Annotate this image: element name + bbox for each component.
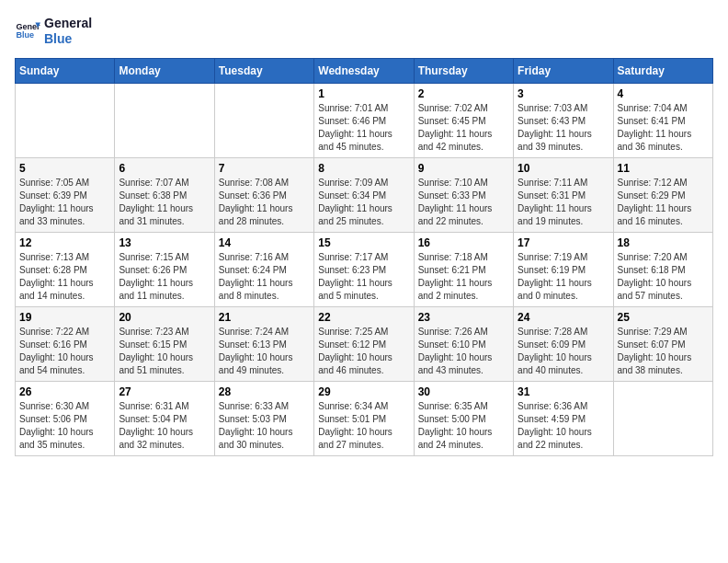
logo-icon: General Blue (15, 17, 40, 43)
calendar-cell: 18Sunrise: 7:20 AM Sunset: 6:18 PM Dayli… (613, 232, 712, 306)
calendar-cell: 31Sunrise: 6:36 AM Sunset: 4:59 PM Dayli… (514, 381, 613, 455)
calendar-week-row: 12Sunrise: 7:13 AM Sunset: 6:28 PM Dayli… (16, 232, 713, 306)
day-number: 12 (19, 236, 110, 249)
calendar-cell: 4Sunrise: 7:04 AM Sunset: 6:41 PM Daylig… (613, 83, 712, 157)
day-info: Sunrise: 7:23 AM Sunset: 6:15 PM Dayligh… (119, 326, 210, 377)
calendar-cell: 29Sunrise: 6:34 AM Sunset: 5:01 PM Dayli… (314, 381, 414, 455)
day-number: 6 (119, 162, 210, 175)
calendar-week-row: 5Sunrise: 7:05 AM Sunset: 6:39 PM Daylig… (16, 157, 713, 232)
day-info: Sunrise: 6:34 AM Sunset: 5:01 PM Dayligh… (318, 400, 409, 452)
calendar-cell: 30Sunrise: 6:35 AM Sunset: 5:00 PM Dayli… (414, 381, 513, 455)
calendar-cell: 20Sunrise: 7:23 AM Sunset: 6:15 PM Dayli… (115, 306, 214, 381)
day-info: Sunrise: 7:16 AM Sunset: 6:24 PM Dayligh… (219, 251, 310, 303)
day-info: Sunrise: 6:35 AM Sunset: 5:00 PM Dayligh… (418, 400, 509, 452)
calendar-cell: 1Sunrise: 7:01 AM Sunset: 6:46 PM Daylig… (314, 83, 414, 157)
day-number: 31 (518, 385, 609, 398)
logo-text: GeneralBlue (44, 15, 92, 47)
day-number: 15 (318, 236, 409, 249)
day-info: Sunrise: 7:08 AM Sunset: 6:36 PM Dayligh… (219, 177, 310, 228)
day-info: Sunrise: 7:22 AM Sunset: 6:16 PM Dayligh… (19, 326, 110, 377)
calendar-cell: 28Sunrise: 6:33 AM Sunset: 5:03 PM Dayli… (214, 381, 313, 455)
day-number: 26 (19, 385, 110, 398)
day-number: 19 (19, 311, 110, 324)
calendar-body: 1Sunrise: 7:01 AM Sunset: 6:46 PM Daylig… (16, 83, 713, 455)
day-info: Sunrise: 7:25 AM Sunset: 6:12 PM Dayligh… (318, 326, 409, 377)
day-info: Sunrise: 7:09 AM Sunset: 6:34 PM Dayligh… (318, 177, 409, 228)
day-number: 28 (219, 385, 310, 398)
day-number: 4 (618, 87, 709, 100)
day-number: 22 (318, 311, 409, 324)
calendar-cell: 13Sunrise: 7:15 AM Sunset: 6:26 PM Dayli… (115, 232, 214, 306)
day-info: Sunrise: 7:01 AM Sunset: 6:46 PM Dayligh… (318, 102, 409, 154)
day-info: Sunrise: 7:05 AM Sunset: 6:39 PM Dayligh… (19, 177, 110, 228)
calendar-cell: 9Sunrise: 7:10 AM Sunset: 6:33 PM Daylig… (414, 157, 513, 232)
svg-text:Blue: Blue (16, 31, 34, 40)
day-info: Sunrise: 7:18 AM Sunset: 6:21 PM Dayligh… (418, 251, 509, 303)
calendar-cell: 6Sunrise: 7:07 AM Sunset: 6:38 PM Daylig… (115, 157, 214, 232)
day-info: Sunrise: 7:13 AM Sunset: 6:28 PM Dayligh… (19, 251, 110, 303)
calendar-cell: 10Sunrise: 7:11 AM Sunset: 6:31 PM Dayli… (514, 157, 613, 232)
day-number: 21 (219, 311, 310, 324)
day-number: 2 (418, 87, 509, 100)
day-number: 18 (618, 236, 709, 249)
day-info: Sunrise: 7:28 AM Sunset: 6:09 PM Dayligh… (518, 326, 609, 377)
weekday-header-cell: Sunday (16, 58, 115, 83)
day-info: Sunrise: 7:26 AM Sunset: 6:10 PM Dayligh… (418, 326, 509, 377)
day-info: Sunrise: 6:31 AM Sunset: 5:04 PM Dayligh… (119, 400, 210, 452)
calendar-week-row: 26Sunrise: 6:30 AM Sunset: 5:06 PM Dayli… (16, 381, 713, 455)
calendar-cell (613, 381, 712, 455)
day-number: 24 (518, 311, 609, 324)
day-info: Sunrise: 7:04 AM Sunset: 6:41 PM Dayligh… (618, 102, 709, 154)
calendar-cell: 12Sunrise: 7:13 AM Sunset: 6:28 PM Dayli… (16, 232, 115, 306)
day-info: Sunrise: 7:17 AM Sunset: 6:23 PM Dayligh… (318, 251, 409, 303)
day-number: 5 (19, 162, 110, 175)
day-info: Sunrise: 7:24 AM Sunset: 6:13 PM Dayligh… (219, 326, 310, 377)
day-number: 8 (318, 162, 409, 175)
weekday-header-cell: Monday (115, 58, 214, 83)
day-number: 29 (318, 385, 409, 398)
calendar-cell (16, 83, 115, 157)
day-info: Sunrise: 7:15 AM Sunset: 6:26 PM Dayligh… (119, 251, 210, 303)
calendar-cell: 7Sunrise: 7:08 AM Sunset: 6:36 PM Daylig… (214, 157, 313, 232)
calendar-cell: 14Sunrise: 7:16 AM Sunset: 6:24 PM Dayli… (214, 232, 313, 306)
day-number: 30 (418, 385, 509, 398)
day-info: Sunrise: 6:30 AM Sunset: 5:06 PM Dayligh… (19, 400, 110, 452)
calendar-cell: 16Sunrise: 7:18 AM Sunset: 6:21 PM Dayli… (414, 232, 513, 306)
day-info: Sunrise: 7:02 AM Sunset: 6:45 PM Dayligh… (418, 102, 509, 154)
calendar-cell: 22Sunrise: 7:25 AM Sunset: 6:12 PM Dayli… (314, 306, 414, 381)
day-info: Sunrise: 7:07 AM Sunset: 6:38 PM Dayligh… (119, 177, 210, 228)
weekday-header-cell: Thursday (414, 58, 513, 83)
calendar-cell (115, 83, 214, 157)
day-number: 7 (219, 162, 310, 175)
calendar-cell: 26Sunrise: 6:30 AM Sunset: 5:06 PM Dayli… (16, 381, 115, 455)
calendar-cell (214, 83, 313, 157)
day-info: Sunrise: 7:19 AM Sunset: 6:19 PM Dayligh… (518, 251, 609, 303)
page-header: General Blue GeneralBlue (15, 15, 713, 47)
calendar-cell: 21Sunrise: 7:24 AM Sunset: 6:13 PM Dayli… (214, 306, 313, 381)
calendar-cell: 19Sunrise: 7:22 AM Sunset: 6:16 PM Dayli… (16, 306, 115, 381)
day-info: Sunrise: 7:12 AM Sunset: 6:29 PM Dayligh… (618, 177, 709, 228)
day-number: 9 (418, 162, 509, 175)
calendar-cell: 27Sunrise: 6:31 AM Sunset: 5:04 PM Dayli… (115, 381, 214, 455)
logo: General Blue GeneralBlue (15, 15, 92, 47)
day-number: 3 (518, 87, 609, 100)
day-number: 13 (119, 236, 210, 249)
day-number: 17 (518, 236, 609, 249)
calendar-week-row: 1Sunrise: 7:01 AM Sunset: 6:46 PM Daylig… (16, 83, 713, 157)
day-number: 1 (318, 87, 409, 100)
day-info: Sunrise: 7:11 AM Sunset: 6:31 PM Dayligh… (518, 177, 609, 228)
calendar-cell: 5Sunrise: 7:05 AM Sunset: 6:39 PM Daylig… (16, 157, 115, 232)
day-info: Sunrise: 7:29 AM Sunset: 6:07 PM Dayligh… (618, 326, 709, 377)
day-number: 23 (418, 311, 509, 324)
weekday-header-row: SundayMondayTuesdayWednesdayThursdayFrid… (16, 58, 713, 83)
weekday-header-cell: Wednesday (314, 58, 414, 83)
weekday-header-cell: Tuesday (214, 58, 313, 83)
calendar-cell: 17Sunrise: 7:19 AM Sunset: 6:19 PM Dayli… (514, 232, 613, 306)
calendar-cell: 15Sunrise: 7:17 AM Sunset: 6:23 PM Dayli… (314, 232, 414, 306)
day-info: Sunrise: 7:03 AM Sunset: 6:43 PM Dayligh… (518, 102, 609, 154)
day-info: Sunrise: 7:20 AM Sunset: 6:18 PM Dayligh… (618, 251, 709, 303)
day-number: 25 (618, 311, 709, 324)
day-number: 14 (219, 236, 310, 249)
weekday-header-cell: Friday (514, 58, 613, 83)
day-number: 20 (119, 311, 210, 324)
